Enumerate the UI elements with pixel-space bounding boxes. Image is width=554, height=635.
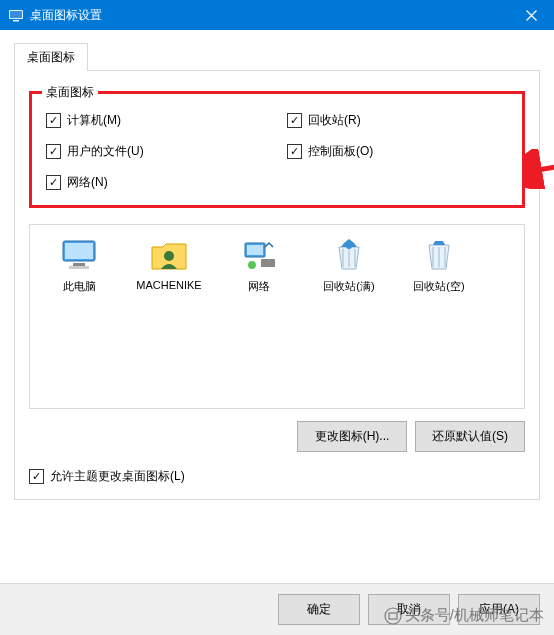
icon-label: 回收站(满) <box>323 279 374 294</box>
titlebar: 桌面图标设置 <box>0 0 554 30</box>
svg-rect-2 <box>13 20 19 22</box>
recyclebin-full-icon <box>329 237 369 273</box>
apply-button[interactable]: 应用(A) <box>458 594 540 625</box>
cancel-button[interactable]: 取消 <box>368 594 450 625</box>
window-title: 桌面图标设置 <box>30 7 509 24</box>
desktop-icons-groupbox: 桌面图标 ✓ 计算机(M) ✓ 回收站(R) ✓ 用户的文件(U) ✓ 控制面板… <box>29 91 525 208</box>
checkbox-icon: ✓ <box>29 469 44 484</box>
svg-rect-5 <box>65 243 93 259</box>
close-button[interactable] <box>509 0 554 30</box>
recyclebin-empty-icon <box>419 237 459 273</box>
icon-label: 回收站(空) <box>413 279 464 294</box>
check-userfiles[interactable]: ✓ 用户的文件(U) <box>46 143 267 160</box>
check-recyclebin[interactable]: ✓ 回收站(R) <box>287 112 508 129</box>
computer-icon <box>59 237 99 273</box>
checkbox-icon: ✓ <box>46 175 61 190</box>
checkbox-grid: ✓ 计算机(M) ✓ 回收站(R) ✓ 用户的文件(U) ✓ 控制面板(O) ✓ <box>46 112 508 191</box>
check-label: 控制面板(O) <box>308 143 373 160</box>
groupbox-title: 桌面图标 <box>42 84 98 101</box>
checkbox-icon: ✓ <box>46 144 61 159</box>
check-label: 用户的文件(U) <box>67 143 144 160</box>
ok-button[interactable]: 确定 <box>278 594 360 625</box>
svg-line-3 <box>532 154 554 171</box>
svg-rect-1 <box>10 11 22 18</box>
check-computer[interactable]: ✓ 计算机(M) <box>46 112 267 129</box>
network-icon <box>239 237 279 273</box>
svg-rect-11 <box>261 259 275 267</box>
icon-buttons-row: 更改图标(H)... 还原默认值(S) <box>29 421 525 452</box>
icon-label: 网络 <box>248 279 270 294</box>
svg-point-12 <box>248 261 256 269</box>
tab-label: 桌面图标 <box>27 50 75 64</box>
check-network[interactable]: ✓ 网络(N) <box>46 174 267 191</box>
icon-recyclebin-empty[interactable]: 回收站(空) <box>398 237 480 294</box>
check-allow-theme[interactable]: ✓ 允许主题更改桌面图标(L) <box>29 468 185 485</box>
check-label: 允许主题更改桌面图标(L) <box>50 468 185 485</box>
icon-label: 此电脑 <box>63 279 96 294</box>
tab-panel: 桌面图标 ✓ 计算机(M) ✓ 回收站(R) ✓ 用户的文件(U) ✓ 控制面板… <box>14 70 540 500</box>
checkbox-icon: ✓ <box>287 113 302 128</box>
user-folder-icon <box>149 237 189 273</box>
icon-network[interactable]: 网络 <box>218 237 300 294</box>
tab-desktop-icons[interactable]: 桌面图标 <box>14 43 88 71</box>
svg-point-13 <box>346 243 352 249</box>
dialog-footer: 确定 取消 应用(A) <box>0 583 554 635</box>
check-label: 回收站(R) <box>308 112 361 129</box>
check-label: 计算机(M) <box>67 112 121 129</box>
checkbox-icon: ✓ <box>46 113 61 128</box>
change-icon-button[interactable]: 更改图标(H)... <box>297 421 407 452</box>
icon-user-folder[interactable]: MACHENIKE <box>128 237 210 291</box>
checkbox-icon: ✓ <box>287 144 302 159</box>
svg-rect-10 <box>247 245 263 255</box>
check-label: 网络(N) <box>67 174 108 191</box>
svg-rect-7 <box>69 266 89 269</box>
icon-label: MACHENIKE <box>136 279 201 291</box>
dialog-content: 桌面图标 桌面图标 ✓ 计算机(M) ✓ 回收站(R) ✓ 用户的文件(U) <box>0 30 554 512</box>
svg-rect-6 <box>73 263 85 266</box>
icon-recyclebin-full[interactable]: 回收站(满) <box>308 237 390 294</box>
restore-default-button[interactable]: 还原默认值(S) <box>415 421 525 452</box>
check-controlpanel[interactable]: ✓ 控制面板(O) <box>287 143 508 160</box>
tab-strip: 桌面图标 <box>14 42 540 70</box>
allow-theme-row: ✓ 允许主题更改桌面图标(L) <box>29 468 525 485</box>
icon-preview-list[interactable]: 此电脑 MACHENIKE 网络 回收站(满) <box>29 224 525 409</box>
app-icon <box>8 7 24 23</box>
svg-point-8 <box>164 251 174 261</box>
icon-this-pc[interactable]: 此电脑 <box>38 237 120 294</box>
annotation-arrow-icon <box>522 149 554 189</box>
